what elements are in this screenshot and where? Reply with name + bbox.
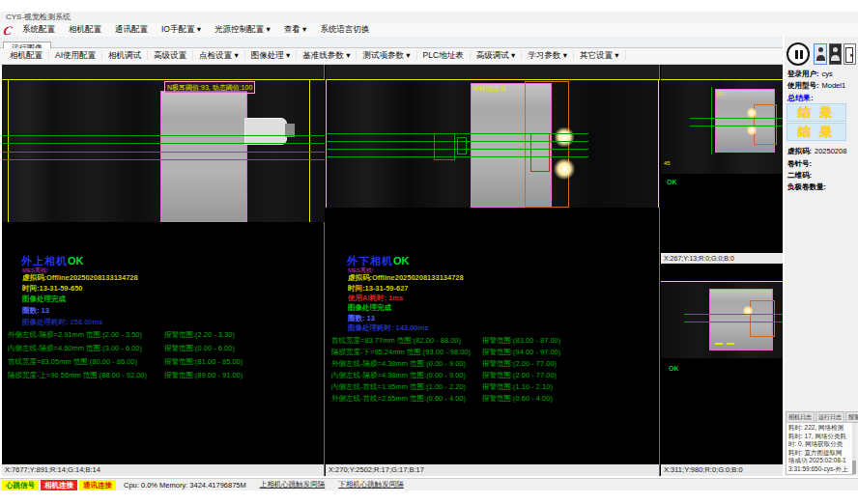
menu-item[interactable]: 通讯配置 (108, 24, 155, 34)
process-done-text: 图像处理完成 (348, 303, 391, 313)
toolbar-item[interactable]: 高级设置 (148, 50, 193, 60)
overlay-green-line (326, 156, 588, 157)
main-view: N极耳阈值:93, 动态阈值:100 外上相机OK MES离线! 虚拟码:Off… (2, 65, 783, 476)
status-bar: 心跳信号 相机连接 通讯连接 Cpu: 0.0% Memory: 3424.41… (0, 478, 858, 490)
log-output[interactable]: 耗时: 222, 网络检测耗时: 17, 网络分类耗时: 0, 网络获取分类耗时… (786, 422, 854, 475)
menu-item[interactable]: 查看 ▾ (277, 24, 314, 34)
menu-item[interactable]: IO手配置 ▾ (155, 24, 208, 34)
measurement-row: 外侧左线-首线=2.65mm 范围:(0.60 - 4.00)报警范围:(0.6… (331, 393, 657, 405)
log-scrollbar[interactable] (852, 423, 856, 474)
overlay-green-line (326, 133, 588, 134)
toolbar-item[interactable]: 学习参数 ▾ (522, 50, 574, 60)
cursor-pixel-status: X:270;Y:2502;R:17;G:17;B:17 (326, 464, 659, 476)
ai-region-label: AI检测区域 (472, 84, 506, 94)
overlay-yellow-mark (715, 343, 723, 345)
person-dark-icon (833, 47, 838, 52)
photo-top-strip (2, 65, 324, 79)
process-done-text: 图像处理完成 (22, 294, 66, 304)
menu-item[interactable]: 相机配置 (62, 24, 108, 34)
overlay-green-line (2, 152, 325, 153)
photo-top-strip (661, 65, 783, 79)
alarm-range: 报警范围:(2.00 - 77.00) (482, 370, 557, 381)
lower-camera-trigger-link[interactable]: 下相机心跳触发间隔 (338, 480, 404, 490)
virtual-code-field: 虚拟码:20250208 (787, 147, 846, 156)
measurement-row: 隔膜宽度-上=90.56mm 范围:(88.00 - 92.00)报警范围:(8… (8, 369, 322, 382)
alarm-range: 报警范围:(0.60 - 4.00) (482, 393, 553, 405)
thumb-overlay-value: 45 (664, 160, 671, 166)
overlay-yellow-vline (8, 79, 9, 222)
toolbar-item[interactable]: 图像处理 ▾ (245, 50, 298, 60)
measurement-row: 外侧左线-隔膜=4.38mm 范围:(0.00 - 9.00)报警范围:(2.0… (331, 358, 657, 370)
camera-image-upper[interactable]: N极耳阈值:93, 动态阈值:100 (2, 79, 325, 222)
measurement-row: 首线宽度=83.05mm 范围:(80.00 - 86.00)报警范围:(81.… (8, 355, 322, 369)
camera-connection-badge: 相机连接 (41, 480, 77, 490)
overlay-green-line (690, 126, 783, 126)
toolbar-item[interactable]: AI使用配置 (49, 50, 102, 60)
window-title: CYS-视觉检测系统 (6, 13, 71, 21)
ai-elapsed-text: 使用AI耗时: 1ms (348, 294, 403, 303)
virtual-code-text: 虚拟码:Offline20250208133134728 (348, 273, 464, 283)
toolbar-item[interactable]: 高级调试 ▾ (471, 50, 523, 60)
overlay-green-line (2, 135, 325, 136)
logout-button[interactable]: ► (844, 43, 856, 65)
highlight-spot (554, 127, 575, 147)
thumbnail-image-1[interactable]: 93 45 (661, 79, 783, 174)
measurement-row: 内侧左线-隔膜=4.38mm 范围:(0.00 - 9.00)报警范围:(2.0… (331, 370, 657, 381)
capture-time-text: 时间:13-31-59-627 (348, 284, 409, 294)
overlay-green-line (2, 143, 325, 144)
part-connector (244, 118, 287, 145)
scrollbar-thumb[interactable] (852, 461, 856, 474)
person-icon (818, 47, 823, 52)
menu-item[interactable]: 光源控制配置 ▾ (208, 24, 277, 34)
camera-panel-upper[interactable]: N极耳阈值:93, 动态阈值:100 外上相机OK MES离线! 虚拟码:Off… (2, 65, 325, 476)
toolbar-item[interactable]: 相机配置 (4, 50, 49, 60)
overlay-green-line (690, 118, 783, 119)
virtual-code-label: 虚拟码: (787, 147, 812, 155)
thumb-result-ok: OK (669, 365, 679, 372)
measurement-rows: 外侧左线-隔膜=2.91mm 范围:(2.00 - 3.50)报警范围:(2.2… (8, 328, 322, 382)
toolbar-item[interactable]: PLC地址表 (417, 50, 471, 60)
toolbar-item[interactable]: 其它设置 ▾ (574, 50, 626, 60)
measurement-rows: 首线宽度=83.77mm 范围:(82.00 - 88.00)报警范围:(83.… (331, 335, 657, 405)
toolbar-item[interactable]: 点检设置 ▾ (193, 50, 245, 60)
menu-item[interactable]: 系统配置 (15, 24, 62, 34)
measurement-value: 外侧左线-隔膜=4.38mm 范围:(0.00 - 9.00) (331, 359, 466, 368)
model-field: 使用型号:Model1 (787, 81, 845, 91)
measurement-value: 内侧左线-隔膜=4.38mm 范围:(0.00 - 9.00) (331, 371, 466, 379)
overlay-yellow-vline (658, 79, 659, 208)
alarm-range: 报警范围:(81.00 - 85.00) (164, 355, 243, 369)
menu-item[interactable]: 系统语言切换 (313, 24, 376, 34)
upper-camera-trigger-link[interactable]: 上相机心跳触发间隔 (260, 480, 326, 490)
operator-dark-button[interactable] (829, 43, 842, 65)
operator-button[interactable] (814, 43, 827, 65)
alarm-range: 报警范围:(2.00 - 77.00) (482, 358, 557, 370)
toolbar-item[interactable]: 基准线参数 ▾ (297, 50, 357, 60)
cursor-pixel-status: X:311;Y:980;R:0;G:0;B:0 (661, 464, 783, 476)
cursor-pixel-status: X:267;Y:13;R:0;G:0;B:0 (661, 253, 783, 264)
view-tabs: 运行图像 (0, 37, 783, 48)
overlay-yellow-mark (727, 343, 734, 345)
camera-panel-lower[interactable]: AI检测区域 外下相机OK MES离线! 虚拟码:Offline20250208… (326, 65, 660, 476)
toolbar-item[interactable]: 测试项参数 ▾ (357, 50, 416, 60)
model-label: 使用型号: (787, 81, 819, 90)
overlay-yellow-hline (661, 79, 783, 80)
toolbar-item[interactable]: 相机调试 (102, 50, 148, 60)
overlay-yellow-vline (326, 79, 327, 208)
measurement-row: 首线宽度=83.77mm 范围:(82.00 - 88.00)报警范围:(83.… (331, 335, 657, 347)
defect-mark-rect (530, 133, 550, 172)
alarm-range: 报警范围:(2.20 - 3.30) (164, 328, 235, 342)
camera-image-lower[interactable]: AI检测区域 (326, 79, 660, 208)
highlight-spot (554, 158, 575, 180)
overlay-yellow-hline (2, 79, 325, 80)
thumb-result-ok: OK (667, 179, 677, 185)
thumbnail-column: 93 45 OK X:267;Y:13;R:0;G:0;B:0 OK X:311… (661, 65, 783, 476)
inspected-part (160, 91, 247, 222)
result-ok-flag: OK (68, 255, 84, 266)
alarm-range: 报警范围:(89.00 - 91.00) (164, 369, 243, 382)
cpu-memory-status: Cpu: 0.0% Memory: 3424.41796875M (124, 481, 246, 490)
thumbnail-image-2[interactable] (661, 281, 783, 358)
brand-logo-icon: C (0, 24, 16, 37)
measurement-row: 内侧左线-首线=1.95mm 范围:(1.00 - 2.20)报警范围:(1.1… (331, 381, 657, 393)
measurement-value: 内侧左线-隔膜=4.60mm 范围:(3.00 - 6.00) (8, 344, 142, 352)
pause-button[interactable] (786, 42, 810, 66)
